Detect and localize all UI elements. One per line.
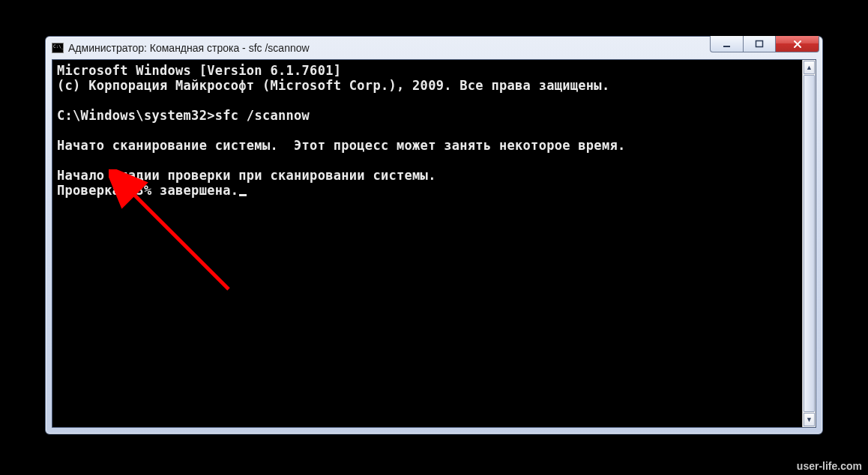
command-prompt-window: Администратор: Командная строка - sfc /s… (45, 36, 823, 435)
window-title: Администратор: Командная строка - sfc /s… (68, 42, 705, 54)
progress-text: % завершена. (144, 183, 238, 198)
blank-line (57, 123, 798, 138)
vertical-scrollbar[interactable]: ▲ ▼ (802, 60, 816, 427)
console-line: (c) Корпорация Майкрософт (Microsoft Cor… (57, 78, 609, 93)
console-output[interactable]: Microsoft Windows [Version 6.1.7601] (c)… (52, 60, 802, 427)
console-line: Начато сканирование системы. Этот процес… (57, 138, 626, 153)
console-line: Начало стадии проверки при сканировании … (57, 168, 436, 183)
command-text: sfc /scannow (215, 108, 310, 123)
scroll-track[interactable] (803, 75, 816, 412)
maximize-button[interactable] (743, 36, 776, 52)
cursor (239, 194, 247, 196)
close-button[interactable] (776, 36, 819, 52)
window-controls (710, 36, 819, 52)
svg-rect-1 (756, 40, 763, 46)
client-area: Microsoft Windows [Version 6.1.7601] (c)… (52, 59, 816, 428)
progress-text: Проверка (57, 183, 128, 198)
cmd-icon (52, 43, 64, 53)
console-line: Microsoft Windows [Version 6.1.7601] (57, 63, 341, 78)
scroll-thumb[interactable] (804, 75, 815, 412)
minimize-button[interactable] (710, 36, 743, 52)
blank-line (57, 93, 798, 108)
titlebar[interactable]: Администратор: Командная строка - sfc /s… (46, 37, 822, 59)
watermark-text: user-life.com (797, 460, 862, 472)
scroll-down-button[interactable]: ▼ (804, 413, 815, 426)
scroll-up-button[interactable]: ▲ (804, 61, 815, 74)
svg-rect-0 (723, 46, 730, 47)
progress-percent: 13 (128, 183, 144, 198)
blank-line (57, 153, 798, 168)
prompt: C:\Windows\system32> (57, 108, 215, 123)
